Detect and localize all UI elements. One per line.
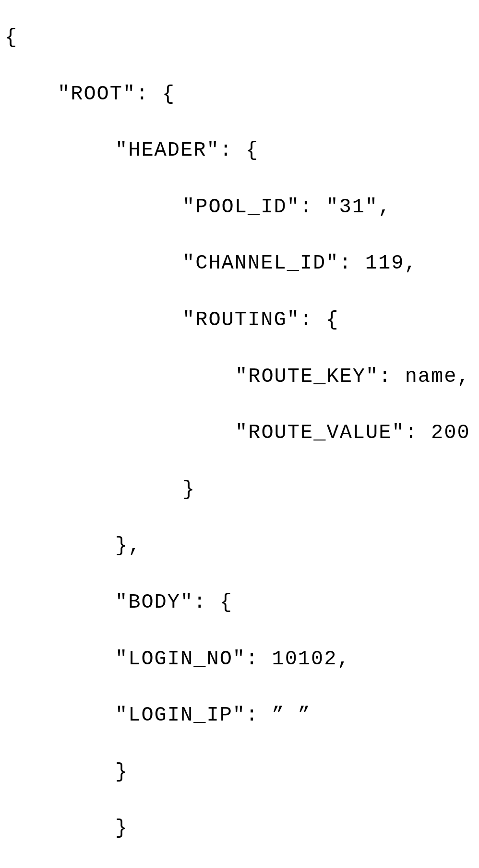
code-line-pool-id: "POOL_ID": "31", <box>5 179 474 236</box>
code-line-close-brace: }。 <box>5 857 474 868</box>
code-line-routing-open: "ROUTING": { <box>5 292 474 349</box>
code-line-root-open: "ROOT": { <box>5 66 474 123</box>
code-line-header-open: "HEADER": { <box>5 122 474 179</box>
code-line-route-value: "ROUTE_VALUE": 200 <box>5 405 474 462</box>
code-line-header-close: }, <box>5 518 474 575</box>
code-line-route-key: "ROUTE_KEY": name, <box>5 349 474 405</box>
code-line-root-close: } <box>5 800 474 857</box>
code-line-routing-close: } <box>5 462 474 518</box>
code-line-body-open: "BODY": { <box>5 575 474 631</box>
code-line-channel-id: "CHANNEL_ID": 119, <box>5 235 474 292</box>
code-line-body-close: } <box>5 744 474 801</box>
code-line-login-ip: "LOGIN_IP": ” ” <box>5 687 474 744</box>
code-line-login-no: "LOGIN_NO": 10102, <box>5 631 474 688</box>
code-line-open-brace: { <box>5 10 474 66</box>
